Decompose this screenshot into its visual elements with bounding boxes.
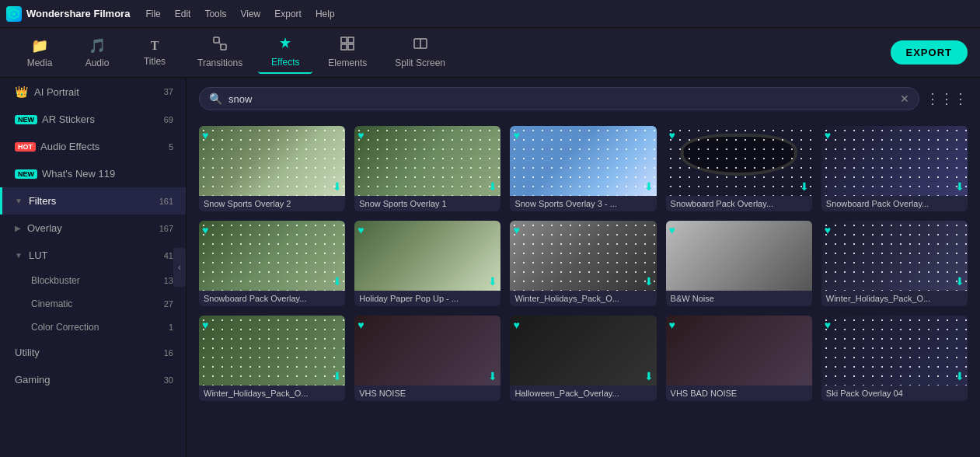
toolbar-media[interactable]: 📁 Media	[12, 33, 67, 73]
crown-icon: 👑	[15, 85, 28, 98]
thumb-snow-sports-overlay-3[interactable]: ♥ ⬇ Snow Sports Overlay 3 - ...	[510, 126, 656, 211]
toolbar-audio[interactable]: 🎵 Audio	[70, 33, 124, 73]
clear-search-icon[interactable]: ✕	[900, 92, 909, 105]
transitions-icon	[213, 37, 227, 54]
dl-icon-12: ⬇	[488, 370, 497, 382]
thumb-img-9: ♥	[666, 221, 812, 291]
thumb-label-4: Snowboard Pack Overlay...	[666, 196, 812, 211]
thumb-snow-sports-overlay-1[interactable]: ♥ ⬇ Snow Sports Overlay 1	[354, 126, 500, 211]
fav-icon-1: ♥	[202, 129, 208, 141]
fav-icon-10: ♥	[825, 224, 831, 236]
dl-icon-11: ⬇	[333, 370, 342, 382]
audio-icon: 🎵	[89, 37, 106, 54]
thumb-img-10: ♥ ⬇	[821, 221, 968, 291]
dl-icon-7: ⬇	[488, 275, 497, 288]
sidebar-sub-blockbuster[interactable]: Blockbuster 13	[0, 269, 186, 292]
app-logo: Wondershare Filmora	[6, 6, 130, 22]
thumb-img-6: ♥ ⬇	[199, 221, 345, 291]
thumb-label-9: B&W Noise	[666, 291, 812, 306]
thumb-img-4: ♥ ⬇	[666, 126, 812, 196]
menu-bar: File Edit Tools View Export Help	[145, 9, 334, 19]
thumb-img-5: ♥ ⬇	[821, 126, 968, 196]
thumb-vhs-bad-noise[interactable]: ♥ VHS BAD NOISE	[666, 316, 812, 401]
sidebar-sub-badge-color-correction: 1	[169, 323, 173, 332]
dl-icon-8: ⬇	[644, 275, 654, 288]
fav-icon-12: ♥	[357, 319, 364, 331]
thumb-img-11: ♥ ⬇	[199, 316, 345, 385]
dl-icon-13: ⬇	[644, 370, 654, 382]
thumb-winter-holidays-pack-11[interactable]: ♥ ⬇ Winter_Holidays_Pack_O...	[199, 316, 345, 401]
export-button[interactable]: EXPORT	[891, 40, 968, 65]
fav-icon-2: ♥	[357, 129, 364, 141]
sidebar-sub-label-color-correction: Color Correction	[31, 322, 99, 333]
sidebar-item-lut[interactable]: ▼ LUT 41	[0, 242, 186, 269]
sidebar-item-whats-new[interactable]: NEW What's New 119	[0, 160, 186, 187]
fav-icon-4: ♥	[669, 129, 675, 141]
thumb-ski-pack-overlay[interactable]: ♥ ⬇ Ski Pack Overlay 04	[821, 316, 968, 401]
thumb-label-12: VHS NOISE	[354, 385, 500, 401]
thumb-vhs-noise[interactable]: ♥ ⬇ VHS NOISE	[354, 316, 500, 401]
search-input[interactable]	[228, 93, 894, 105]
thumb-bw-noise[interactable]: ♥ B&W Noise	[666, 221, 812, 306]
svg-rect-6	[341, 37, 347, 43]
new-tag-ar: NEW	[15, 115, 37, 124]
menu-file[interactable]: File	[145, 9, 160, 19]
menu-view[interactable]: View	[240, 9, 260, 19]
sidebar-item-gaming[interactable]: Gaming 30	[0, 366, 186, 393]
sidebar-label-ai-portrait: AI Portrait	[34, 86, 79, 98]
sidebar-sub-label-cinematic: Cinematic	[31, 298, 72, 309]
sidebar-item-overlay[interactable]: ▶ Overlay 167	[0, 215, 186, 242]
media-icon: 📁	[31, 37, 48, 54]
snow-effect-10	[821, 221, 968, 291]
thumb-snowboard-pack-4[interactable]: ♥ ⬇ Snowboard Pack Overlay...	[666, 126, 812, 211]
toolbar-transitions-label: Transitions	[197, 58, 242, 68]
thumb-label-10: Winter_Holidays_Pack_O...	[821, 291, 968, 306]
toolbar-transitions[interactable]: Transitions	[185, 32, 255, 73]
sidebar-badge-filters: 161	[159, 197, 173, 206]
fav-icon-6: ♥	[202, 224, 208, 236]
sidebar-collapse-button[interactable]: ‹	[173, 248, 186, 287]
menu-tools[interactable]: Tools	[204, 9, 226, 19]
thumb-holiday-paper-popup[interactable]: ♥ ⬇ Holiday Paper Pop Up - ...	[354, 221, 500, 306]
thumb-snow-sports-overlay-2[interactable]: ♥ ⬇ Snow Sports Overlay 2	[199, 126, 345, 211]
sidebar-sub-cinematic[interactable]: Cinematic 27	[0, 292, 186, 316]
sidebar-item-filters[interactable]: ▼ Filters 161	[0, 187, 186, 215]
toolbar-split-screen[interactable]: Split Screen	[382, 32, 458, 73]
thumb-label-14: VHS BAD NOISE	[666, 385, 812, 401]
snow-effect-6	[199, 221, 345, 291]
menu-edit[interactable]: Edit	[175, 9, 191, 19]
thumb-snowboard-pack-5[interactable]: ♥ ⬇ Snowboard Pack Overlay...	[821, 126, 968, 211]
menu-export[interactable]: Export	[274, 9, 302, 19]
sidebar-badge-audio-effects: 5	[169, 142, 173, 152]
search-wrapper: 🔍 ✕	[199, 87, 919, 110]
sidebar-item-ai-portrait[interactable]: 👑 AI Portrait 37	[0, 78, 186, 106]
sidebar-sub-badge-cinematic: 27	[164, 299, 173, 309]
expand-icon-filters: ▼	[15, 197, 23, 205]
menu-help[interactable]: Help	[316, 9, 335, 19]
sidebar-label-overlay: Overlay	[27, 222, 62, 234]
thumb-img-1: ♥ ⬇	[199, 126, 345, 196]
thumb-label-1: Snow Sports Overlay 2	[199, 196, 345, 211]
toolbar-effects[interactable]: Effects	[258, 31, 312, 74]
snow-effect-8	[510, 221, 656, 291]
split-screen-icon	[413, 37, 427, 54]
toolbar-effects-label: Effects	[271, 57, 299, 68]
svg-point-1	[12, 12, 16, 16]
sidebar-item-utility[interactable]: Utility 16	[0, 339, 186, 366]
svg-rect-3	[221, 44, 226, 50]
fav-icon-11: ♥	[202, 319, 208, 331]
thumb-snowboard-pack-6[interactable]: ♥ ⬇ Snowboard Pack Overlay...	[199, 221, 345, 306]
toolbar-elements[interactable]: Elements	[316, 32, 379, 73]
grid-toggle-icon[interactable]: ⋮⋮⋮	[926, 90, 968, 107]
sidebar-sub-badge-blockbuster: 13	[164, 276, 173, 285]
sidebar-sub-color-correction[interactable]: Color Correction 1	[0, 316, 186, 339]
thumb-winter-holidays-pack-9[interactable]: ♥ ⬇ Winter_Holidays_Pack_O...	[821, 221, 968, 306]
sidebar-item-ar-stickers[interactable]: NEW AR Stickers 69	[0, 106, 186, 133]
thumb-halloween-pack[interactable]: ♥ ⬇ Halloween_Pack_Overlay...	[510, 316, 656, 401]
toolbar-titles[interactable]: T Titles	[127, 34, 182, 72]
thumb-label-13: Halloween_Pack_Overlay...	[510, 385, 656, 401]
fav-icon-13: ♥	[513, 319, 519, 331]
thumb-winter-holidays-pack-8[interactable]: ♥ ⬇ Winter_Holidays_Pack_O...	[510, 221, 656, 306]
sidebar-item-audio-effects[interactable]: HOT Audio Effects 5	[0, 133, 186, 160]
toolbar-split-screen-label: Split Screen	[395, 58, 445, 68]
